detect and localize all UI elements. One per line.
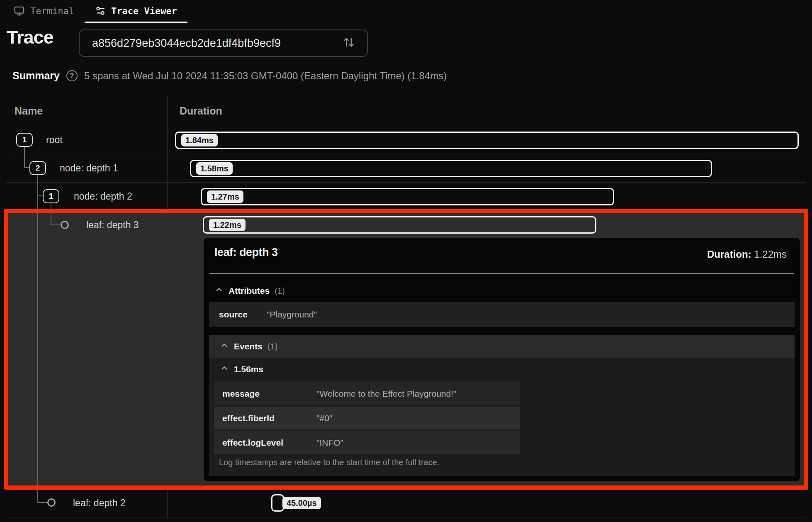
span-label-leaf-depth-3[interactable]: leaf: depth 3 (86, 220, 139, 231)
chevron-up-icon (214, 285, 224, 296)
events-count: (1) (267, 342, 277, 351)
events-section-toggle[interactable]: Events (1) (220, 340, 277, 353)
tree-line (51, 224, 61, 225)
event-time-toggle[interactable]: 1.56ms (220, 363, 263, 376)
duration-value-pill: 1.58ms (196, 162, 233, 175)
duration-value-pill: 45.00µs (282, 497, 321, 509)
duration-bar-node-depth-1[interactable]: 1.58ms (190, 160, 712, 177)
event-row-fiberid: effect.fiberId "#0" (214, 407, 520, 429)
span-detail-panel: leaf: depth 3 Duration: 1.22ms Attribute… (204, 238, 800, 481)
summary-label: Summary (12, 70, 60, 82)
help-glyph: ? (70, 72, 74, 80)
duration-bar-root[interactable]: 1.84ms (175, 132, 799, 149)
tree-line (37, 175, 38, 502)
event-key: effect.fiberId (222, 413, 275, 423)
attribute-row: source "Playground" (209, 302, 795, 327)
span-badge-node-depth-1[interactable]: 2 (29, 161, 46, 175)
duration-value-pill: 1.22ms (209, 219, 246, 231)
tab-trace-viewer-label: Trace Viewer (111, 6, 177, 16)
span-badge-node-depth-2[interactable]: 1 (43, 189, 59, 203)
event-row-message: message "Welcome to the Effect Playgroun… (214, 382, 520, 405)
span-label-leaf-depth-2[interactable]: leaf: depth 2 (73, 498, 126, 509)
event-row-loglevel: effect.logLevel "INFO" (214, 431, 520, 454)
tab-trace-viewer[interactable]: Trace Viewer (85, 0, 187, 23)
tab-terminal[interactable]: Terminal (7, 0, 80, 23)
row-divider (6, 126, 806, 126)
chevron-up-icon (220, 364, 229, 375)
duration-bar-leaf-depth-2[interactable]: 45.00µs (271, 494, 284, 512)
duration-bar-leaf-depth-3[interactable]: 1.22ms (203, 216, 596, 234)
row-divider (6, 154, 806, 154)
trace-select-value: a856d279eb3044ecb2de1df4bfb9ecf9 (92, 37, 343, 50)
span-label-node-depth-2[interactable]: node: depth 2 (74, 191, 132, 202)
duration-bar-node-depth-2[interactable]: 1.27ms (201, 188, 614, 205)
column-divider (167, 96, 168, 210)
column-header-duration: Duration (180, 96, 222, 126)
attributes-section-toggle[interactable]: Attributes (1) (214, 284, 285, 298)
event-key: effect.logLevel (222, 438, 283, 448)
event-value: "INFO" (316, 438, 343, 448)
detail-duration-value: 1.22ms (754, 249, 787, 260)
attributes-count: (1) (275, 286, 284, 296)
event-timestamp: 1.56ms (234, 364, 263, 374)
event-key: message (222, 389, 260, 399)
detail-duration-label: Duration: (707, 249, 751, 260)
detail-duration: Duration: 1.22ms (707, 249, 787, 260)
tree-line (24, 167, 29, 168)
attribute-key: source (219, 310, 248, 320)
panel-divider (209, 273, 794, 274)
attributes-title: Attributes (229, 286, 270, 296)
summary-row: Summary ? 5 spans at Wed Jul 10 2024 11:… (12, 70, 447, 82)
chevron-up-icon (220, 341, 229, 352)
tree-line (38, 502, 47, 503)
column-header-name: Name (15, 96, 43, 126)
summary-text: 5 spans at Wed Jul 10 2024 11:35:03 GMT-… (84, 70, 447, 82)
trace-viewer-app: Terminal Trace Viewer Trace a856d279eb30… (0, 0, 812, 522)
event-value: "#0" (316, 413, 332, 423)
tab-terminal-label: Terminal (30, 6, 74, 16)
duration-value-pill: 1.27ms (207, 190, 243, 203)
event-value: "Welcome to the Effect Playground!" (316, 389, 456, 399)
terminal-monitor-icon (14, 5, 25, 17)
column-divider (167, 490, 168, 518)
events-header-band: Events (1) (209, 335, 795, 358)
attribute-value: "Playground" (267, 310, 317, 320)
span-label-node-depth-1[interactable]: node: depth 1 (60, 163, 118, 174)
event-attributes-table: message "Welcome to the Effect Playgroun… (214, 382, 520, 456)
events-title: Events (234, 341, 263, 351)
page-title: Trace (7, 27, 53, 48)
tree-line (38, 195, 43, 196)
span-label-root[interactable]: root (46, 134, 63, 146)
help-icon[interactable]: ? (66, 70, 78, 81)
span-badge-root[interactable]: 1 (16, 133, 33, 147)
tree-line (51, 203, 51, 225)
trace-select[interactable]: a856d279eb3044ecb2de1df4bfb9ecf9 (79, 29, 368, 57)
sliders-icon (95, 5, 106, 16)
leaf-marker-depth-2 (47, 498, 56, 507)
tree-line (24, 147, 25, 168)
row-divider (6, 182, 806, 183)
tab-bar: Terminal Trace Viewer (0, 0, 187, 23)
duration-value-pill: 1.84ms (181, 134, 218, 146)
detail-span-title: leaf: depth 3 (214, 246, 278, 259)
arrow-up-down-icon (343, 37, 355, 50)
leaf-marker-depth-3 (61, 221, 69, 229)
events-section: Events (1) 1.56ms message "Welcome to th… (209, 335, 795, 476)
events-footnote: Log timestamps are relative to the start… (219, 458, 439, 467)
